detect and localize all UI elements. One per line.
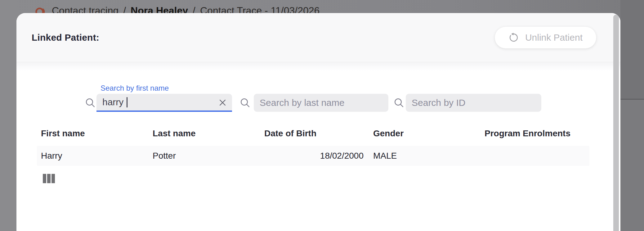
table-header-row: First name Last name Date of Birth Gende… (37, 126, 589, 141)
clear-search-icon[interactable] (218, 98, 227, 107)
cell-gender: MALE (369, 151, 481, 161)
search-first-name-input[interactable] (96, 94, 232, 111)
dimmed-page-area (620, 100, 644, 231)
header-shadow (16, 62, 620, 71)
modal-header: Linked Patient: Unlink Patient (16, 13, 620, 62)
column-header-date-of-birth: Date of Birth (260, 129, 369, 138)
column-header-last-name: Last name (149, 129, 260, 138)
search-first-name-field (96, 94, 232, 112)
search-icon (239, 97, 251, 108)
search-icon (393, 97, 405, 108)
search-first-name-label: Search by first name (101, 84, 169, 93)
column-header-first-name: First name (37, 129, 149, 138)
screen: Contact tracing / Nora Healey / Contact … (0, 0, 644, 231)
table-row[interactable]: Harry Potter 18/02/2000 MALE (37, 146, 589, 166)
search-id-field (406, 94, 541, 112)
text-cursor (127, 97, 127, 107)
modal-title: Linked Patient: (32, 32, 99, 43)
bar (43, 174, 46, 183)
search-last-name-field (254, 94, 388, 112)
search-id-input[interactable] (406, 94, 541, 112)
cell-last-name: Potter (149, 151, 260, 161)
rotate-left-icon (508, 32, 519, 43)
linked-patient-modal: Linked Patient: Unlink Patient Search by… (16, 13, 620, 231)
bar (47, 174, 51, 183)
search-last-name-input[interactable] (254, 94, 388, 112)
cell-first-name: Harry (37, 151, 149, 161)
unlink-patient-button[interactable]: Unlink Patient (495, 27, 596, 48)
dimmed-page-right-strip (620, 0, 644, 231)
column-header-program-enrolments: Program Enrolments (481, 129, 589, 138)
cell-date-of-birth: 18/02/2000 (260, 151, 369, 161)
modal-scrollbar[interactable] (613, 15, 619, 231)
vertical-bars-icon (43, 174, 55, 183)
patient-results-table: First name Last name Date of Birth Gende… (37, 126, 589, 166)
unlink-patient-button-label: Unlink Patient (525, 32, 583, 43)
search-icon (85, 97, 96, 108)
bar (51, 174, 55, 183)
dimmed-page-area (620, 0, 644, 99)
column-header-gender: Gender (369, 129, 481, 138)
